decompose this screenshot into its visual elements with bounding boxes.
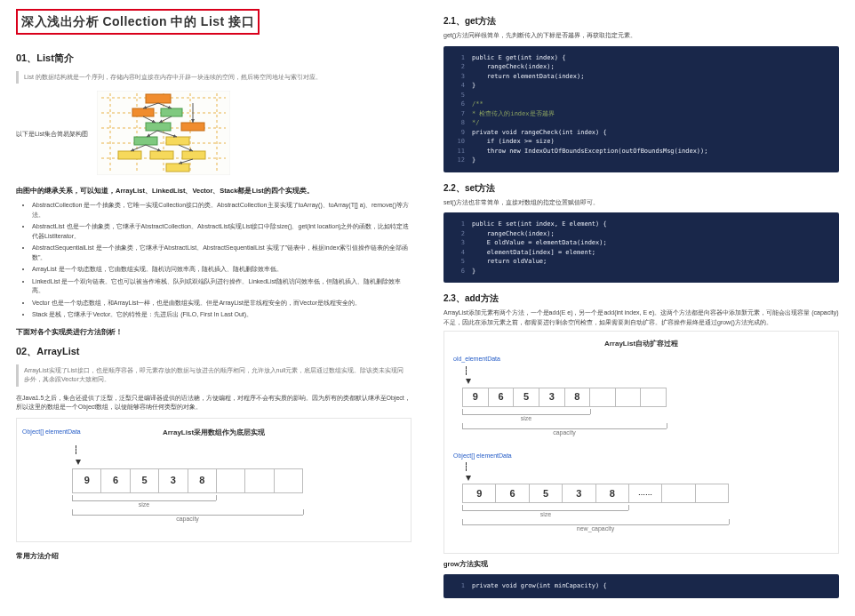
cell: 5 [514,388,539,406]
section-01-quote: List 的数据结构就是一个序列，存储内容时直接在内存中开辟一块连续的空间，然后… [16,71,412,84]
pointer-line [76,445,76,454]
cell: 3 [539,388,565,406]
old-elementdata-label: old_elementData [453,355,500,364]
cell: 6 [496,484,529,502]
svg-rect-18 [118,151,141,159]
arrow-down-icon [466,379,471,384]
new-array-cells: 9 6 5 3 8 …… [462,484,729,503]
svg-rect-11 [146,94,171,103]
svg-rect-12 [132,108,154,116]
cell [275,469,302,492]
section-23-heading: 2.3、add方法 [443,292,839,305]
svg-rect-20 [182,151,205,159]
list-item: AbstractList 也是一个抽象类，它继承于AbstractCollect… [32,222,412,241]
cell: 6 [101,469,130,492]
arrow-down-icon [466,476,471,481]
section-22-heading: 2.2、set方法 [443,181,839,195]
svg-rect-21 [166,164,189,172]
list-item: AbstractSequentialList 是一个抽象类，它继承于Abstra… [32,244,412,262]
section-01-heading: 01、List简介 [16,51,412,66]
cell: 8 [596,484,629,502]
cell: 8 [565,388,591,406]
cell [662,484,695,502]
right-column: 2.1、get方法 get()方法同样很简单，先判断传入的下标是否越界，再获取指… [428,0,855,616]
new-capacity-label: new_capacity [577,524,614,534]
section-02-quote: ArrayList实现了List接口，也是顺序容器，即元素存放的数据与放进去的顺… [16,364,412,387]
list-item: LinkedList 是一个双向链表。它也可以被当作堆栈、队列或双端队列进行操作… [32,277,412,296]
array-cells: 9 6 5 3 8 [72,468,303,493]
elementdata-label: Object[] elementData [22,428,81,437]
grow-method-heading: grow方法实现 [443,559,839,569]
list-item: AbstractCollection 是一个抽象类，它唯一实现Collectio… [32,201,412,220]
code-block-grow: 1private void grow(int minCapacity) { [443,574,839,598]
code-block-set: 1public E set(int index, E element) { 2 … [443,212,839,283]
cell: 9 [463,388,489,406]
cell: 5 [530,484,563,502]
cell: 5 [131,469,159,492]
svg-rect-19 [150,151,173,159]
svg-rect-13 [161,108,182,116]
section-22-para: set()方法也非常简单，直接对数组的指定位置赋值即可。 [443,198,839,208]
section-23-para: ArrayList添加元素有两个方法，一个是add(E e)，另一个是add(i… [443,308,839,327]
cell: 3 [563,484,595,502]
list-item: ArrayList 是一个动态数组，它由数组实现。随机访问效率高，随机插入、随机… [32,265,412,275]
old-array-cells: 9 6 5 3 8 [462,388,667,407]
diagram-title: ArrayList采用数组作为底层实现 [28,428,400,438]
cell [245,469,274,492]
capacity-label: capacity [553,428,576,438]
svg-rect-17 [166,137,189,145]
cell [616,388,642,406]
section-02-para: 在Java1.5之后，集合还提供了泛型，泛型只是编译器提供的语法糖，方便编程，对… [16,394,412,412]
size-label: size [139,500,149,510]
impl-bullet-list: AbstractCollection 是一个抽象类，它唯一实现Collectio… [16,201,412,320]
grow-diagram: ArrayList自动扩容过程 old_elementData 9 6 5 3 … [443,331,839,554]
size-label: size [540,510,551,520]
list-item: Stack 是栈，它继承于Vector。它的特性是：先进后出 (FILO, Fi… [32,310,412,320]
cell: 9 [73,469,101,492]
cell [696,484,728,502]
svg-rect-14 [146,123,171,131]
section-21-para: get()方法同样很简单，先判断传入的下标是否越界，再获取指定元素。 [443,31,839,41]
cell: 8 [188,469,217,492]
svg-rect-16 [134,137,157,145]
code-block-get: 1public E get(int index) { 2 rangeCheck(… [443,46,839,172]
capacity-label: capacity [176,515,199,524]
uml-caption: 以下是List集合简易架构图 [16,130,88,140]
section-01-tail: 下面对各个实现类进行方法剖析！ [16,327,412,337]
left-column: 深入浅出分析 Collection 中的 List 接口 01、List简介 L… [0,0,428,616]
main-title: 深入浅出分析 Collection 中的 List 接口 [16,9,260,35]
uml-diagram [97,91,230,179]
cell: 3 [159,469,188,492]
uml-diagram-block: 以下是List集合简易架构图 [16,91,412,179]
cell [217,469,245,492]
section-02-heading: 02、ArrayList [16,344,412,359]
list-item: Vector 也是一个动态数组，和ArrayList一样，也是由数组实现。但是A… [32,299,412,308]
cell: …… [629,484,662,502]
arrow-down-icon [76,460,81,465]
section-21-heading: 2.1、get方法 [443,14,839,28]
cell: 9 [463,484,496,502]
methods-intro: 常用方法介绍 [16,551,412,561]
document-root: 深入浅出分析 Collection 中的 List 接口 01、List简介 L… [0,0,855,616]
size-label: size [521,414,531,424]
grow-title: ArrayList自动扩容过程 [453,339,829,349]
cell: 6 [489,388,515,406]
cell [641,388,666,406]
arraylist-array-diagram: Object[] elementData ArrayList采用数组作为底层实现… [16,418,412,542]
inherit-summary: 由图中的继承关系，可以知道，ArrayList、LinkedList、Vecto… [16,186,412,196]
svg-rect-15 [181,123,204,131]
new-elementdata-label: Object[] elementData [453,452,512,461]
cell [590,388,616,406]
